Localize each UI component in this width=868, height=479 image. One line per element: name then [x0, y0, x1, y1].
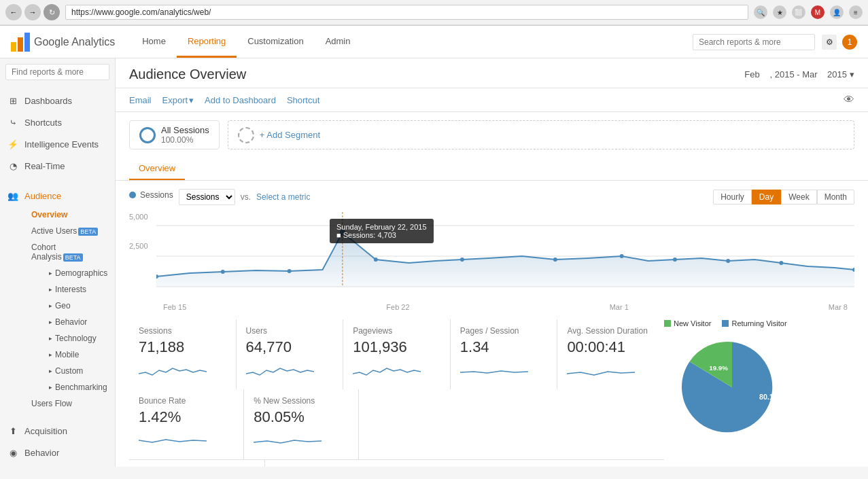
sidebar-sub-interests[interactable]: ▸Interests [24, 281, 115, 298]
reload-button[interactable]: ↻ [44, 4, 60, 20]
svg-point-13 [620, 254, 624, 258]
add-dashboard-link[interactable]: Add to Dashboard [205, 95, 276, 105]
nav-home[interactable]: Home [131, 26, 177, 58]
page-header: Audience Overview Feb , 2015 - Mar 2015 … [116, 58, 868, 88]
sidebar-sub-technology[interactable]: ▸Technology [24, 330, 115, 347]
new-sessions-label: % New Sessions [254, 396, 349, 406]
sidebar-item-realtime[interactable]: ◔ Real-Time [0, 155, 115, 177]
star-icon[interactable]: ★ [773, 5, 786, 19]
metric-new-sessions[interactable]: % New Sessions 80.05% [244, 389, 359, 459]
returning-visitor-label: Returning Visitor [731, 319, 786, 327]
sidebar-sub-cohort[interactable]: Cohort AnalysisBETA [24, 239, 115, 265]
svg-point-10 [374, 258, 378, 262]
tab-overview[interactable]: Overview [129, 158, 185, 180]
sidebar-sub-users-flow[interactable]: Users Flow [24, 395, 115, 412]
pie-chart-section: New Visitor Returning Visitor [664, 319, 854, 460]
returning-visitor-legend: Returning Visitor [722, 319, 786, 327]
x-label-mar1: Mar 1 [610, 303, 629, 311]
time-btn-week[interactable]: Week [781, 190, 816, 205]
view-icon[interactable]: 👁 [844, 94, 854, 106]
segment-name: All Sessions [161, 125, 209, 135]
time-btn-hourly[interactable]: Hourly [713, 190, 752, 205]
sidebar-item-shortcuts-label: Shortcuts [24, 118, 62, 128]
nav-customization[interactable]: Customization [237, 26, 314, 58]
sidebar-section-acquisition: ⬆ Acquisition ◉ Behavior [0, 416, 115, 467]
metric-users[interactable]: Users 64,770 [237, 319, 344, 389]
nav-admin[interactable]: Admin [315, 26, 362, 58]
sidebar-sub-audience: Overview Active UsersBETA Cohort Analysi… [0, 207, 115, 412]
ga-logo: Google Analytics [11, 33, 115, 52]
back-button[interactable]: ← [5, 4, 22, 20]
sessions-legend-label: Sessions [140, 190, 173, 200]
sidebar-sub-overview[interactable]: Overview [24, 207, 115, 223]
avg-duration-label: Avg. Session Duration [567, 326, 655, 336]
search-icon[interactable]: 🔍 [754, 5, 767, 19]
sidebar-sub-behavior[interactable]: ▸Behavior [24, 314, 115, 330]
sidebar-item-audience[interactable]: 👥 Audience [0, 185, 115, 207]
menu-icon[interactable]: ≡ [849, 5, 863, 19]
export-dropdown[interactable]: Export▾ [162, 95, 194, 105]
time-btn-month[interactable]: Month [817, 190, 854, 205]
pages-session-sparkline [460, 360, 528, 380]
sessions-sparkline [139, 360, 207, 380]
notifications-icon[interactable]: 1 [842, 35, 857, 50]
metric-avg-duration[interactable]: Avg. Session Duration 00:00:41 [557, 319, 664, 389]
acquisition-icon: ⬆ [7, 425, 19, 437]
shortcut-link[interactable]: Shortcut [287, 95, 319, 105]
add-segment-button[interactable]: + Add Segment [228, 120, 854, 149]
y-axis: 5,000 2,500 [129, 212, 148, 252]
nav-reporting[interactable]: Reporting [177, 26, 237, 58]
sidebar-item-dashboards[interactable]: ⊞ Dashboards [0, 90, 115, 111]
metric-bounce[interactable]: Bounce Rate 1.42% [129, 389, 244, 459]
avg-duration-sparkline [567, 360, 635, 380]
page-title: Audience Overview [129, 67, 246, 82]
sidebar-sub-active-users[interactable]: Active UsersBETA [24, 223, 115, 239]
pie-chart-svg: 80.1% 19.9% [664, 333, 800, 442]
sidebar-item-audience-label: Audience [24, 191, 61, 201]
metric-pages-session[interactable]: Pages / Session 1.34 [451, 319, 558, 389]
all-sessions-segment[interactable]: All Sessions 100.00% [129, 120, 220, 149]
settings-icon[interactable]: ⚙ [822, 35, 837, 50]
user-icon[interactable]: 👤 [830, 5, 844, 19]
sidebar-sub-custom[interactable]: ▸Custom [24, 363, 115, 379]
metric-sessions[interactable]: Sessions 71,188 [129, 319, 237, 389]
gmail-icon[interactable]: M [811, 5, 824, 19]
date-start: Feb [744, 69, 759, 79]
address-bar[interactable] [65, 5, 748, 20]
new-sessions-sparkline [254, 430, 322, 450]
sidebar-section-audience: 👥 Audience Overview Active UsersBETA Coh… [0, 181, 115, 416]
sidebar-sub-benchmarking[interactable]: ▸Benchmarking [24, 379, 115, 395]
realtime-icon: ◔ [7, 160, 19, 172]
new-visitor-dot [664, 320, 671, 327]
email-link[interactable]: Email [129, 95, 152, 105]
metric-select[interactable]: Sessions [179, 189, 235, 205]
window-icon[interactable]: ⬜ [792, 5, 805, 19]
forward-button[interactable]: → [24, 4, 41, 20]
y-label-5000: 5,000 [129, 212, 148, 222]
bounce-sparkline [139, 430, 207, 450]
sidebar-item-intelligence[interactable]: ⚡ Intelligence Events [0, 133, 115, 155]
users-value: 64,770 [246, 338, 334, 356]
sidebar-sub-demographics[interactable]: ▸Demographics [24, 265, 115, 281]
svg-point-12 [553, 258, 557, 262]
time-btn-day[interactable]: Day [752, 190, 781, 205]
returning-visitor-dot [722, 320, 729, 327]
metric-pageviews[interactable]: Pageviews 101,936 [343, 319, 451, 389]
sidebar-sub-mobile[interactable]: ▸Mobile [24, 347, 115, 363]
sidebar-search-input[interactable] [5, 64, 109, 80]
line-chart-container: 5,000 2,500 [129, 212, 854, 300]
select-metric-link[interactable]: Select a metric [256, 192, 310, 202]
sidebar-sub-geo[interactable]: ▸Geo [24, 298, 115, 314]
browser-nav: ← → ↻ [5, 4, 60, 20]
svg-point-8 [221, 270, 225, 274]
returning-pct-label: 80.1% [759, 393, 780, 401]
date-range-picker[interactable]: Feb , 2015 - Mar 2015 ▾ [744, 69, 854, 79]
sidebar-item-shortcuts[interactable]: ⤷ Shortcuts [0, 111, 115, 133]
bounce-value: 1.42% [139, 408, 234, 426]
date-separator: , 2015 - Mar 2015 [763, 69, 847, 79]
sidebar-item-acquisition[interactable]: ⬆ Acquisition [0, 420, 115, 442]
sidebar-item-behavior-label: Behavior [24, 448, 59, 458]
add-segment-label: + Add Segment [260, 130, 320, 140]
top-search-input[interactable] [693, 34, 815, 50]
sidebar-item-behavior[interactable]: ◉ Behavior [0, 442, 115, 463]
